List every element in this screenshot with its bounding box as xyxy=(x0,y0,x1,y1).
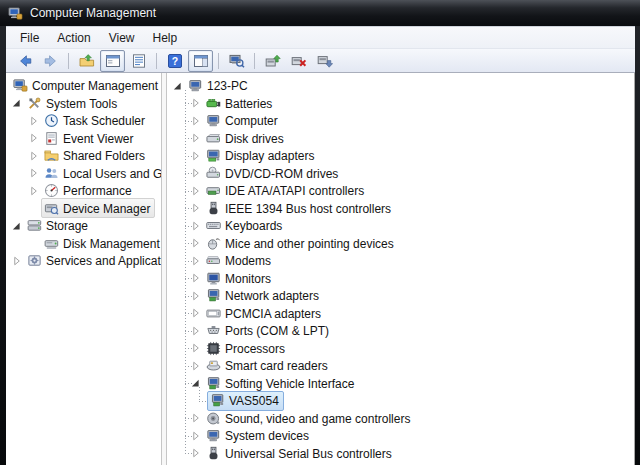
expand-arrow-icon[interactable] xyxy=(189,446,203,460)
expand-arrow-icon[interactable] xyxy=(189,271,203,285)
help-button[interactable]: ? xyxy=(162,50,187,72)
sidebar-item-shared-folders[interactable]: Shared Folders xyxy=(6,147,161,165)
device-item-batteries[interactable]: Batteries xyxy=(167,95,634,113)
device-item-label: Softing Vehicle Interface xyxy=(225,376,354,391)
device-item-display-adapters[interactable]: Display adapters xyxy=(167,147,634,165)
sidebar-item-event-viewer[interactable]: Event Viewer xyxy=(6,130,161,148)
expand-arrow-icon[interactable] xyxy=(189,359,203,373)
forward-button[interactable] xyxy=(38,50,63,72)
sidebar-item-computer-management[interactable]: Computer Management xyxy=(6,77,161,95)
expand-arrow-icon[interactable] xyxy=(10,254,24,268)
device-item-universal-serial-bus-controllers[interactable]: Universal Serial Bus controllers xyxy=(167,445,634,463)
device-item-mice-and-other-pointing-devices[interactable]: Mice and other pointing devices xyxy=(167,235,634,253)
expand-arrow-icon[interactable] xyxy=(189,289,203,303)
device-item-label: IDE ATA/ATAPI controllers xyxy=(225,183,364,198)
sidebar-item-task-scheduler[interactable]: Task Scheduler xyxy=(6,112,161,130)
device-item-ports-com-lpt[interactable]: Ports (COM & LPT) xyxy=(167,322,634,340)
device-item-label: Sound, video and game controllers xyxy=(225,411,410,426)
device-item-monitors[interactable]: Monitors xyxy=(167,270,634,288)
collapse-arrow-icon[interactable] xyxy=(10,96,24,110)
content-area: Computer ManagementSystem ToolsTask Sche… xyxy=(6,73,635,465)
sidebar-item-storage[interactable]: Storage xyxy=(6,217,161,235)
sidebar-item-device-manager[interactable]: Device Manager xyxy=(6,200,161,218)
device-item-vas5054[interactable]: VAS5054 xyxy=(167,392,634,410)
expand-arrow-icon[interactable] xyxy=(27,166,41,180)
device-item-processors[interactable]: Processors xyxy=(167,340,634,358)
menu-file[interactable]: File xyxy=(11,29,48,47)
expand-arrow-icon[interactable] xyxy=(189,324,203,338)
sidebar-item-label: Performance xyxy=(63,183,132,198)
menu-action[interactable]: Action xyxy=(48,29,99,47)
export-list-button[interactable] xyxy=(74,50,99,72)
expand-arrow-icon[interactable] xyxy=(189,236,203,250)
device-item-keyboards[interactable]: Keyboards xyxy=(167,217,634,235)
sidebar-item-performance[interactable]: Performance xyxy=(6,182,161,200)
expand-arrow-icon[interactable] xyxy=(189,219,203,233)
sidebar-item-system-tools[interactable]: System Tools xyxy=(6,95,161,113)
expand-arrow-icon[interactable] xyxy=(189,411,203,425)
computer-icon xyxy=(205,428,221,444)
device-item-ieee-1394-bus-host-controllers[interactable]: IEEE 1394 Bus host controllers xyxy=(167,200,634,218)
expand-arrow-icon[interactable] xyxy=(189,306,203,320)
sound-icon xyxy=(205,410,221,426)
console-window-icon xyxy=(105,53,121,69)
device-item-ide-ata-atapi-controllers[interactable]: IDE ATA/ATAPI controllers xyxy=(167,182,634,200)
expand-arrow-icon[interactable] xyxy=(27,131,41,145)
sidebar-item-content: Services and Applications xyxy=(24,251,161,271)
expand-arrow-icon[interactable] xyxy=(189,149,203,163)
device-item-label: Display adapters xyxy=(225,148,314,163)
expand-arrow-icon[interactable] xyxy=(189,131,203,145)
sidebar-item-disk-management[interactable]: Disk Management xyxy=(6,235,161,253)
device-item-123-pc[interactable]: 123-PC xyxy=(167,77,634,95)
properties-button[interactable] xyxy=(126,50,151,72)
collapse-arrow-icon[interactable] xyxy=(189,376,203,390)
back-button[interactable] xyxy=(12,50,37,72)
device-item-sound-video-and-game-controllers[interactable]: Sound, video and game controllers xyxy=(167,410,634,428)
uninstall-device-button[interactable] xyxy=(286,50,311,72)
update-driver-button[interactable] xyxy=(260,50,285,72)
device-item-smart-card-readers[interactable]: Smart card readers xyxy=(167,357,634,375)
tree-connector-line xyxy=(199,387,200,401)
title-bar[interactable]: Computer Management xyxy=(0,0,640,26)
collapse-arrow-icon[interactable] xyxy=(10,219,24,233)
sidebar-item-services-and-applications[interactable]: Services and Applications xyxy=(6,252,161,270)
expand-arrow-icon[interactable] xyxy=(189,114,203,128)
expand-arrow-icon[interactable] xyxy=(189,429,203,443)
device-item-modems[interactable]: Modems xyxy=(167,252,634,270)
back-arrow-icon xyxy=(17,53,33,69)
menu-help[interactable]: Help xyxy=(144,29,187,47)
expand-arrow-icon[interactable] xyxy=(27,184,41,198)
device-item-system-devices[interactable]: System devices xyxy=(167,427,634,445)
battery-icon xyxy=(205,95,221,111)
expand-arrow-icon[interactable] xyxy=(189,201,203,215)
expand-arrow-icon[interactable] xyxy=(189,254,203,268)
expand-arrow-icon[interactable] xyxy=(27,114,41,128)
device-item-dvd-cd-rom-drives[interactable]: DVD/CD-ROM drives xyxy=(167,165,634,183)
device-item-disk-drives[interactable]: Disk drives xyxy=(167,130,634,148)
menu-view[interactable]: View xyxy=(100,29,144,47)
disk-drive-icon xyxy=(205,130,221,146)
expand-arrow-icon[interactable] xyxy=(189,341,203,355)
device-item-network-adapters[interactable]: Network adapters xyxy=(167,287,634,305)
show-action-pane-button[interactable] xyxy=(188,50,213,72)
device-item-softing-vehicle-interface[interactable]: Softing Vehicle Interface xyxy=(167,375,634,393)
show-console-tree-button[interactable] xyxy=(100,50,125,72)
sidebar-item-local-users-and-groups[interactable]: Local Users and Groups xyxy=(6,165,161,183)
ide-controller-icon xyxy=(205,183,221,199)
disable-device-button[interactable] xyxy=(312,50,337,72)
device-item-computer[interactable]: Computer xyxy=(167,112,634,130)
computer-icon xyxy=(205,113,221,129)
action-pane-window-icon xyxy=(193,53,209,69)
device-item-pcmcia-adapters[interactable]: PCMCIA adapters xyxy=(167,305,634,323)
arrow-spacer xyxy=(27,236,41,250)
expand-arrow-icon[interactable] xyxy=(27,149,41,163)
sidebar-item-label: Task Scheduler xyxy=(63,113,145,128)
event-viewer-icon xyxy=(43,130,59,146)
collapse-arrow-icon[interactable] xyxy=(171,79,185,93)
expand-arrow-icon[interactable] xyxy=(189,166,203,180)
expand-arrow-icon[interactable] xyxy=(189,184,203,198)
toolbar-separator xyxy=(156,53,157,69)
mouse-icon xyxy=(205,235,221,251)
scan-for-hardware-changes-button[interactable] xyxy=(224,50,249,72)
expand-arrow-icon[interactable] xyxy=(189,96,203,110)
